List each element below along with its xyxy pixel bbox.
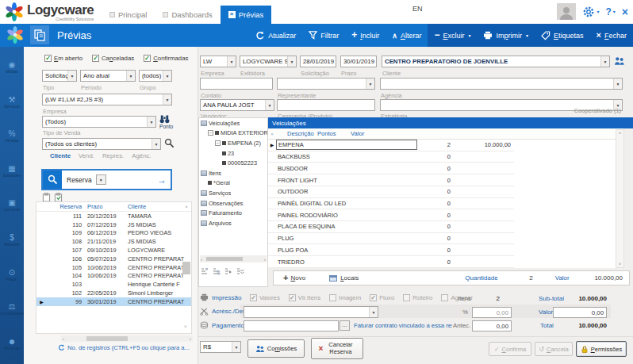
client-search-button[interactable] [164, 138, 175, 148]
reserva-row-110[interactable]: 11007/12/2019JS MIDIAS [36, 220, 191, 229]
veiculacao-row-outdoor[interactable]: OUTDOOR0 [268, 186, 514, 198]
grupo-select[interactable]: (todos)▼ [139, 70, 172, 82]
veiculacao-row-busdoor[interactable]: BUSDOOR0 [268, 163, 514, 174]
veiculacao-row-frontlight[interactable]: FRONT LIGHT0 [268, 174, 514, 186]
edit-button[interactable]: ∧Alterar [386, 24, 428, 47]
valor-input[interactable]: 0,00 [553, 307, 607, 318]
scrollbar-thumb[interactable] [86, 336, 128, 341]
print-option-imagem[interactable]: Imagem [329, 294, 361, 301]
collapse-all-icon[interactable] [236, 267, 244, 275]
print-option-valores[interactable]: ✓Valores [250, 294, 280, 301]
tree-node-empena2[interactable]: −EMPENA (2) [199, 138, 267, 148]
scroll-left-icon[interactable]: ‹ [200, 257, 203, 262]
nav-rail-item-pagar[interactable]: ⊙Pagar [6, 268, 17, 282]
collapse-icon[interactable]: − [215, 140, 221, 146]
settings-button[interactable]: ▾ [582, 6, 599, 18]
reserva-row-109[interactable]: 10906/12/2019PEDRO VIEGAS [36, 229, 191, 238]
reserva-row-111[interactable]: 11120/12/2019TAMARA [36, 212, 191, 220]
help-button[interactable]: ? ▾ [605, 6, 615, 17]
search-button[interactable] [43, 171, 62, 189]
tree-h-scrollbar[interactable]: ‹ › [200, 255, 267, 262]
veiculacao-row-backbuss[interactable]: BACKBUSS0 [268, 151, 514, 163]
entity-tab-agnc[interactable]: Agênc. [132, 152, 151, 159]
nav-rail-item-receber[interactable]: $Receber [4, 233, 20, 247]
reserva-row-108[interactable]: 10821/11/2019JS MIDIAS [36, 237, 191, 246]
cancela-button[interactable]: ↺ Cancela [535, 342, 573, 356]
descricao-cell[interactable]: FRONT LIGHT [276, 177, 420, 184]
veiculacao-row-plugpoa[interactable]: PLUG POA0 [268, 244, 514, 256]
veiculacao-row-painldigitalouled[interactable]: PAINÉL DIGITAL OU LED0 [268, 198, 514, 210]
record-count-link[interactable]: No. de registros (CTRL+F5 ou clique para… [58, 344, 194, 351]
tree-node-servios[interactable]: Serviços [199, 188, 267, 198]
descricao-cell[interactable]: PLUG [276, 235, 420, 242]
nav-rail-item-vendas[interactable]: %Vendas [5, 129, 18, 143]
tree-node-itens[interactable]: Itens [199, 168, 267, 178]
nav-rail-item-contabilidade[interactable]: ⚖Contabilidade [0, 302, 25, 316]
entity-tab-repres[interactable]: Repres. [102, 152, 124, 159]
pagamento-browse-button[interactable]: … [340, 320, 350, 331]
cliente-select[interactable]: CENTRO PREPARATORIO DE JOENVILLE▼ [382, 56, 610, 67]
reserva-row-106[interactable]: 10605/07/2019CENTRO PREPARAT [36, 255, 191, 263]
collapse-node-icon[interactable] [224, 267, 232, 275]
status-filter-canceladas[interactable]: ✓Canceladas [92, 55, 134, 62]
expand-node-icon[interactable] [201, 267, 209, 275]
scroll-up-icon[interactable]: ˄ [182, 205, 191, 209]
scroll-right-icon[interactable]: › [188, 336, 193, 341]
vendedor-select[interactable]: ANA PAULA JOST▼ [200, 99, 274, 111]
people-icon[interactable] [614, 56, 625, 66]
labels-button[interactable]: Etiquetas [535, 24, 590, 47]
expand-all-icon[interactable] [213, 267, 221, 275]
descricao-cell[interactable]: PLUG POA [276, 247, 420, 254]
list-h-scrollbar[interactable]: ‹ › [61, 335, 193, 342]
scroll-up-icon[interactable]: ˄ [619, 131, 622, 136]
tab-close-icon[interactable]: × [228, 11, 236, 18]
tab-prvias[interactable]: ×Prévias [221, 6, 272, 24]
descricao-cell[interactable]: PLACA DE ESQUINA [276, 223, 420, 230]
col-header-prazo[interactable]: Prazo [84, 203, 126, 210]
status-filter-confirmadas[interactable]: ✓Confirmadas [144, 55, 188, 62]
tree-node-23[interactable]: 23 [199, 148, 267, 159]
descricao-cell[interactable]: OUTDOOR [276, 188, 420, 195]
tab-principal[interactable]: Principal [102, 6, 155, 24]
tree-node-observaes[interactable]: Observações [199, 198, 267, 209]
tree-node-geral[interactable]: *Geral [199, 178, 267, 189]
tipo-venda-select[interactable]: (Todos)▼ [42, 116, 156, 128]
tree-node-faturamento[interactable]: Faturamento [199, 208, 267, 218]
print-option-vlritens[interactable]: ✓Vlr.Itens [289, 294, 320, 301]
agencia-select[interactable]: ▼ [380, 78, 623, 90]
entity-tab-vend[interactable]: Vend. [79, 152, 94, 159]
tree-node-midiaexterior2[interactable]: −MIDIA EXTERIOR (2) [199, 128, 267, 139]
reserva-row-99[interactable]: ▶9930/01/2019CENTRO PREPARAT [36, 297, 191, 306]
nav-rail-item-servios[interactable]: ⚒Serviços [4, 95, 20, 109]
tree-node-000052223[interactable]: 000052223 [199, 158, 267, 168]
descricao-cell[interactable]: EMPENA [276, 140, 417, 150]
scroll-right-icon[interactable]: › [263, 257, 267, 262]
nav-rail-item-mdias[interactable]: ◉Mídias [6, 60, 17, 74]
campanha-field[interactable] [277, 99, 375, 111]
veiculacao-row-empena[interactable]: ▶EMPENA210.000,00 [268, 140, 514, 151]
permissoes-button[interactable]: Permissões [576, 341, 627, 357]
cancelar-reserva-button[interactable]: × Cancelar Reserva [311, 338, 363, 359]
reserva-row-102[interactable]: 10222/05/2019Simoni Limberger [36, 289, 191, 297]
descricao-cell[interactable]: PAINEL RODOVIÁRIO [276, 212, 420, 219]
collapse-icon[interactable]: − [208, 130, 213, 136]
list-scrollbar-thumb[interactable] [182, 262, 190, 274]
tree-node-arquivos[interactable]: Arquivos [199, 218, 267, 228]
descricao-cell[interactable]: TRIEDRO [276, 259, 420, 266]
scroll-down-icon[interactable]: ˅ [184, 324, 187, 329]
locais-button[interactable]: Locais [329, 274, 359, 282]
descricao-cell[interactable]: PAINÉL DIGITAL OU LED [276, 200, 420, 207]
solicitacao-field[interactable]: 28/01/2019 [300, 56, 336, 67]
confirma-button[interactable]: ✓ Confirma [489, 342, 531, 356]
print-button[interactable]: Imprimir▾ [477, 24, 535, 47]
col-header-reserva[interactable]: Reserva [47, 203, 84, 210]
search-go-button[interactable]: → [157, 174, 167, 186]
refresh-button[interactable]: Atualizar [249, 24, 302, 47]
reserva-row-104[interactable]: 10410/06/2019CENTRO PREPARAT [36, 272, 191, 281]
descricao-cell[interactable]: BACKBUSS [276, 153, 420, 160]
veiculacao-row-placadeesquina[interactable]: PLACA DE ESQUINA0 [268, 221, 514, 233]
clientes-select[interactable]: (Todos os clientes)▼ [42, 138, 161, 150]
tab-dashboards[interactable]: Dashboards [155, 6, 220, 24]
percent-input[interactable]: 0,00 [472, 307, 512, 318]
faturar-link[interactable]: Faturar contrato vinculado a essa rese [354, 322, 452, 329]
